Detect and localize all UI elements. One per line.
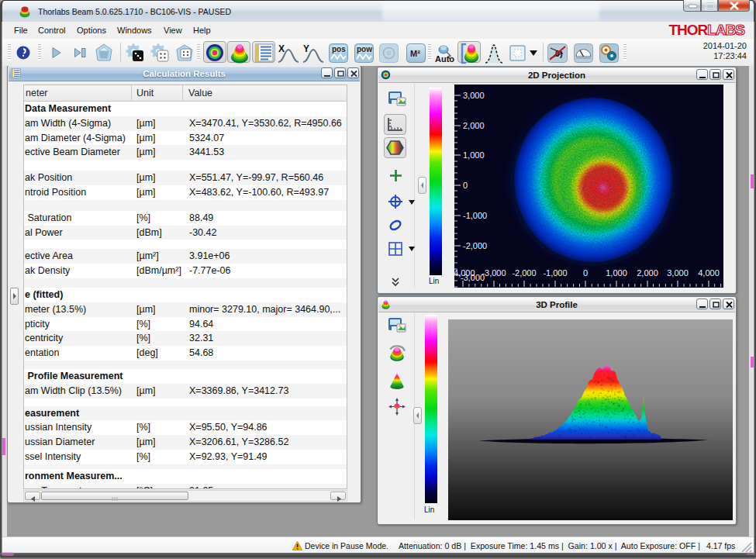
svg-text:X: X — [278, 43, 285, 54]
svg-text:M²: M² — [410, 49, 420, 58]
svg-text:Auto: Auto — [435, 54, 454, 64]
svg-text:pow: pow — [357, 45, 372, 53]
svg-text:pos: pos — [332, 45, 346, 53]
svg-text:Y: Y — [303, 43, 309, 54]
